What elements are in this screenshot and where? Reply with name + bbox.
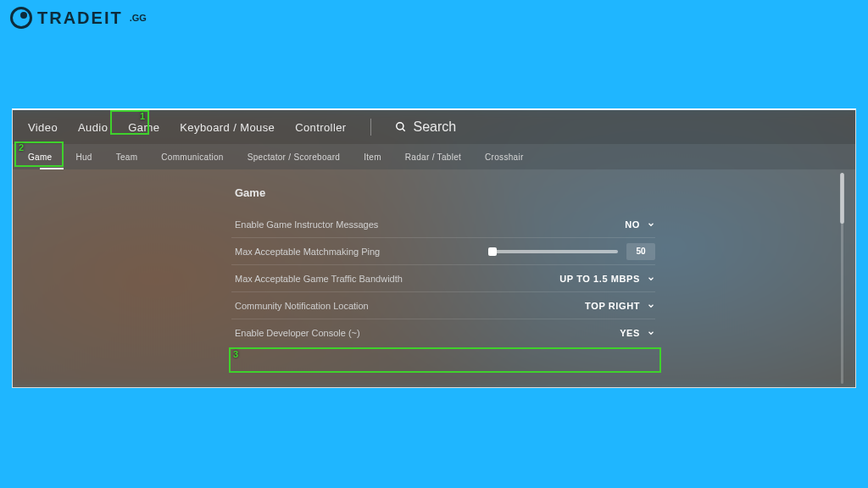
value-game-instructor: NO	[625, 219, 640, 230]
label-matchmaking-ping: Max Acceptable Matchmaking Ping	[231, 247, 380, 257]
search-label: Search	[414, 119, 457, 135]
label-traffic-bandwidth: Max Acceptable Game Traffic Bandwidth	[231, 274, 403, 284]
select-notification-location[interactable]: TOP RIGHT	[585, 301, 655, 311]
select-developer-console[interactable]: YES	[609, 328, 655, 338]
brand-logo: TRADEIT .GG	[10, 7, 147, 29]
subtab-team[interactable]: Team	[116, 152, 138, 162]
tab-audio[interactable]: Audio	[78, 121, 108, 134]
value-notification-location: TOP RIGHT	[585, 301, 640, 311]
tab-divider	[370, 119, 371, 136]
subtab-radar-tablet[interactable]: Radar / Tablet	[405, 152, 461, 162]
row-notification-location: Community Notification Location TOP RIGH…	[231, 292, 655, 319]
chevron-down-icon	[647, 220, 655, 229]
content-scrollbar[interactable]	[841, 173, 843, 384]
settings-window: Video Audio Game Keyboard / Mouse Contro…	[12, 108, 856, 388]
chevron-down-icon	[647, 302, 655, 310]
brand-logo-icon	[10, 7, 32, 29]
chevron-down-icon	[647, 274, 655, 283]
subtab-crosshair[interactable]: Crosshair	[485, 152, 524, 162]
label-developer-console: Enable Developer Console (~)	[231, 328, 360, 338]
select-traffic-bandwidth[interactable]: UP TO 1.5 MBPS	[559, 274, 655, 284]
value-traffic-bandwidth: UP TO 1.5 MBPS	[559, 274, 640, 284]
chevron-down-icon	[647, 329, 655, 337]
settings-top-tabbar: Video Audio Game Keyboard / Mouse Contro…	[13, 110, 855, 144]
scrollbar-thumb[interactable]	[840, 173, 844, 224]
tab-video[interactable]: Video	[28, 121, 58, 134]
svg-point-0	[396, 123, 403, 130]
brand-suffix: .GG	[130, 13, 147, 23]
tab-keyboard-mouse[interactable]: Keyboard / Mouse	[180, 121, 275, 134]
value-developer-console: YES	[620, 328, 640, 338]
settings-sub-tabbar: Game Hud Team Communication Spectator / …	[13, 144, 855, 169]
subtab-game[interactable]: Game	[28, 152, 52, 162]
row-traffic-bandwidth: Max Acceptable Game Traffic Bandwidth UP…	[231, 265, 655, 292]
row-matchmaking-ping: Max Acceptable Matchmaking Ping 50	[231, 238, 655, 265]
tab-game[interactable]: Game	[128, 121, 159, 134]
row-developer-console: Enable Developer Console (~) YES	[231, 319, 655, 347]
slider-matchmaking-ping[interactable]	[492, 250, 618, 253]
settings-content: Game Enable Game Instructor Messages NO …	[13, 169, 855, 387]
subtab-spectator-scoreboard[interactable]: Spectator / Scoreboard	[248, 152, 340, 162]
section-title-game: Game	[235, 186, 855, 199]
label-notification-location: Community Notification Location	[231, 301, 369, 311]
subtab-item[interactable]: Item	[364, 152, 381, 162]
tab-controller[interactable]: Controller	[295, 121, 346, 134]
row-game-instructor: Enable Game Instructor Messages NO	[231, 211, 655, 238]
subtab-hud[interactable]: Hud	[75, 152, 92, 162]
brand-name: TRADEIT	[37, 8, 123, 28]
svg-line-1	[402, 129, 404, 131]
slider-handle[interactable]	[488, 247, 497, 256]
search-icon	[395, 121, 407, 133]
settings-search[interactable]: Search	[395, 119, 457, 135]
select-game-instructor[interactable]: NO	[609, 219, 655, 230]
value-matchmaking-ping[interactable]: 50	[626, 243, 655, 260]
label-game-instructor: Enable Game Instructor Messages	[231, 219, 378, 230]
subtab-communication[interactable]: Communication	[161, 152, 223, 162]
